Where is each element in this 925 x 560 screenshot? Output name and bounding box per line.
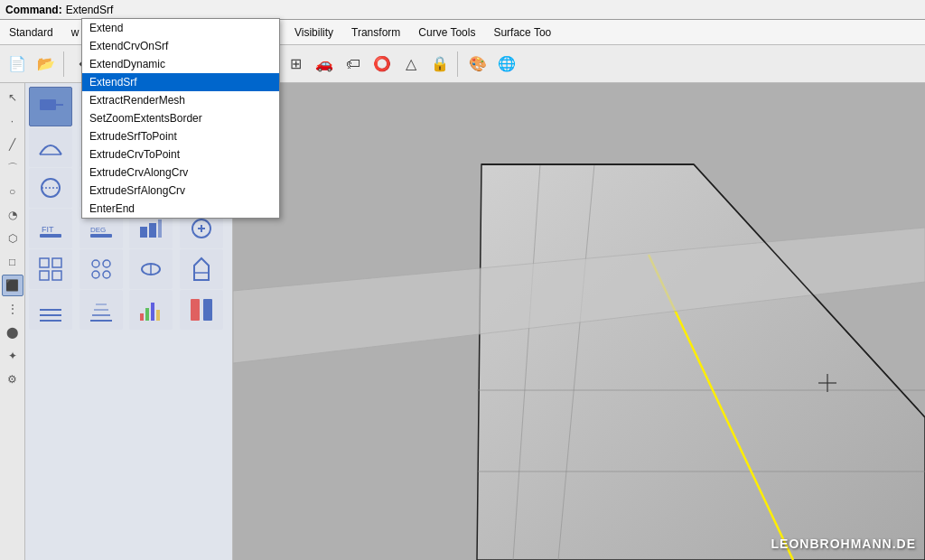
tb-globe[interactable]: 🌐 <box>493 51 520 78</box>
tb-sep-1 <box>63 51 67 77</box>
tb-triangle[interactable]: △ <box>397 51 425 78</box>
sb-line[interactable]: ╱ <box>2 134 23 155</box>
ac-item-6[interactable]: ExtrudeSrfToPoint <box>82 127 279 145</box>
tool-9[interactable] <box>29 168 72 208</box>
ac-item-9[interactable]: ExtrudeSrfAlongCrv <box>82 182 279 200</box>
sb-polygon[interactable]: ⬡ <box>2 228 23 249</box>
sb-rect[interactable]: □ <box>2 251 23 273</box>
svg-rect-29 <box>40 258 49 267</box>
ac-item-4[interactable]: ExtractRenderMesh <box>82 91 279 109</box>
ac-item-3[interactable]: ExtendSrf <box>82 73 279 91</box>
sb-surface[interactable]: ⬛ <box>2 275 23 296</box>
svg-rect-0 <box>40 99 56 110</box>
ac-item-0[interactable]: Extend <box>82 19 279 37</box>
svg-rect-24 <box>149 223 156 238</box>
tool-18[interactable] <box>79 249 123 289</box>
svg-text:FIT: FIT <box>42 225 54 234</box>
ac-item-8[interactable]: ExtrudeCrvAlongCrv <box>82 163 279 182</box>
svg-point-36 <box>103 271 110 278</box>
tool-5[interactable] <box>29 127 72 167</box>
svg-point-34 <box>103 260 110 267</box>
command-bar: Command: ExtendSrf <box>0 0 925 20</box>
tool-24[interactable] <box>180 290 223 330</box>
svg-rect-32 <box>52 271 61 280</box>
svg-rect-22 <box>90 234 112 238</box>
svg-rect-49 <box>145 308 149 321</box>
ac-item-5[interactable]: SetZoomExtentsBorder <box>82 109 279 127</box>
command-value: ExtendSrf <box>66 4 114 16</box>
sb-curve[interactable]: ⌒ <box>2 157 23 179</box>
menu-item-menu-surface-tools[interactable]: Surface Too <box>484 20 560 44</box>
sb-circle[interactable]: ○ <box>2 181 23 202</box>
sb-solid[interactable]: ⬤ <box>2 322 23 343</box>
tb-lock[interactable]: 🔒 <box>426 51 453 78</box>
ac-item-7[interactable]: ExtrudeCrvToPoint <box>82 145 279 163</box>
command-label: Command: <box>5 4 62 16</box>
svg-point-33 <box>92 260 99 267</box>
tool-21[interactable] <box>29 290 72 330</box>
svg-rect-31 <box>52 258 61 267</box>
ac-item-1[interactable]: ExtendCrvOnSrf <box>82 37 279 55</box>
tb-sep-3 <box>457 51 461 77</box>
tool-23[interactable] <box>129 290 173 330</box>
svg-rect-51 <box>156 310 160 321</box>
tb-car[interactable]: 🚗 <box>311 51 338 78</box>
tool-19[interactable] <box>129 249 173 289</box>
sb-point[interactable]: · <box>2 110 23 132</box>
tool-13[interactable]: FIT <box>29 209 72 248</box>
svg-rect-52 <box>191 299 200 321</box>
ac-item-2[interactable]: ExtendDynamic <box>82 55 279 73</box>
svg-marker-39 <box>194 258 209 280</box>
menu-item-menu-visibility[interactable]: Visibility <box>285 20 342 44</box>
tb-grid[interactable]: ⊞ <box>282 51 309 78</box>
svg-rect-23 <box>140 227 147 238</box>
tool-17[interactable] <box>29 249 72 289</box>
svg-rect-20 <box>40 234 61 238</box>
tool-extend-srf[interactable] <box>29 87 72 126</box>
svg-rect-25 <box>158 219 162 238</box>
menu-item-menu-curve-tools[interactable]: Curve Tools <box>409 20 484 44</box>
sb-arc[interactable]: ◔ <box>2 204 23 226</box>
svg-rect-30 <box>40 271 49 280</box>
tb-circle[interactable]: ⭕ <box>369 51 396 78</box>
sb-mesh[interactable]: ⋮ <box>2 298 23 320</box>
menu-item-menu-standard[interactable]: Standard <box>0 20 62 44</box>
svg-text:DEG: DEG <box>90 226 106 234</box>
tool-22[interactable] <box>79 290 123 330</box>
svg-rect-50 <box>151 303 154 321</box>
tb-palette[interactable]: 🎨 <box>464 51 491 78</box>
tb-new[interactable]: 📄 <box>4 51 31 78</box>
surface-canvas <box>233 83 925 560</box>
tool-20[interactable] <box>180 249 223 289</box>
svg-point-35 <box>92 271 99 278</box>
svg-rect-48 <box>140 313 144 321</box>
tb-open[interactable]: 📂 <box>33 51 60 78</box>
tb-tag[interactable]: 🏷 <box>340 51 367 78</box>
autocomplete-dropdown[interactable]: ExtendExtendCrvOnSrfExtendDynamicExtendS… <box>81 18 280 219</box>
svg-rect-53 <box>203 299 212 321</box>
menu-item-menu-transform[interactable]: Transform <box>342 20 409 44</box>
left-sidebar: ↖ · ╱ ⌒ ○ ◔ ⬡ □ ⬛ ⋮ ⬤ ✦ ⚙ <box>0 83 25 560</box>
ac-item-10[interactable]: EnterEnd <box>82 200 279 218</box>
sb-select[interactable]: ↖ <box>2 87 23 108</box>
sb-gumball[interactable]: ✦ <box>2 345 23 367</box>
sb-settings[interactable]: ⚙ <box>2 369 23 390</box>
viewport[interactable]: LEONBROHMANN.DE <box>233 83 925 560</box>
watermark: LEONBROHMANN.DE <box>771 537 916 551</box>
